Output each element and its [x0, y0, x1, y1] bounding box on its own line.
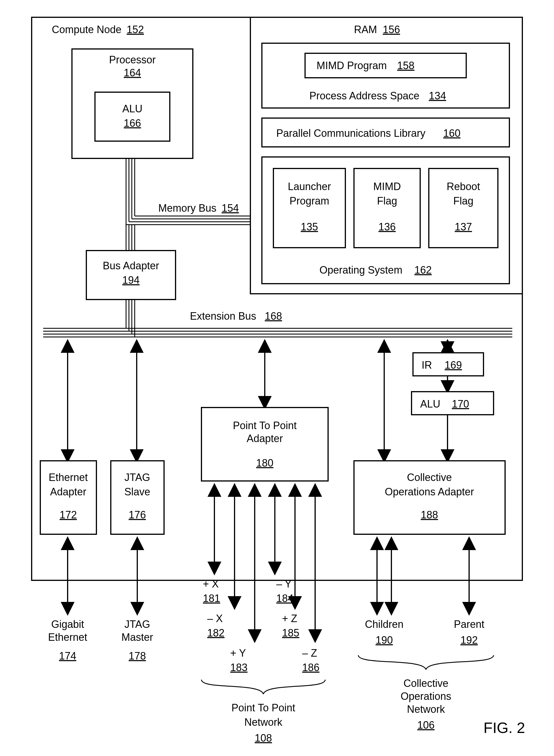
pz-ref: 185 — [282, 627, 299, 639]
ir-ref: 169 — [445, 359, 462, 371]
pcl-label: Parallel Communications Library — [276, 127, 425, 139]
my-ref: 184 — [276, 592, 293, 604]
processor-ref: 164 — [124, 67, 141, 79]
p2pnet-l2: Network — [244, 716, 283, 728]
compute-node-label: Compute Node — [52, 23, 121, 36]
launcher-ref: 135 — [301, 221, 318, 233]
os-label: Operating System — [320, 264, 402, 276]
alu1-label: ALU — [122, 103, 143, 115]
coa-ref: 188 — [421, 509, 438, 521]
mz-ref: 186 — [302, 661, 320, 673]
mimd-flag-l1: MIMD — [373, 181, 401, 192]
reboot-flag-l2: Flag — [453, 195, 474, 207]
jtag-slave-ref: 176 — [129, 509, 146, 521]
jtagm-l1: JTAG — [124, 618, 150, 630]
children-ref: 190 — [376, 634, 393, 646]
coa-l2: Operations Adapter — [385, 486, 474, 498]
p2pnet-ref: 108 — [255, 732, 272, 744]
parent-ref: 192 — [460, 634, 478, 646]
mimd-flag-ref: 136 — [379, 221, 396, 233]
children-label: Children — [365, 618, 403, 630]
py-label: + Y — [230, 647, 246, 659]
launcher-l1: Launcher — [288, 181, 331, 192]
ram-label: RAM — [354, 23, 377, 36]
p2p-adapter-ref: 180 — [256, 457, 273, 469]
mz-label: – Z — [302, 647, 317, 659]
brace-coa — [358, 655, 494, 670]
px-label: + X — [203, 578, 219, 590]
mimd-flag-l2: Flag — [377, 195, 397, 207]
processor-label: Processor — [109, 54, 156, 66]
conet-l2: Operations — [401, 690, 451, 702]
conet-ref: 106 — [417, 719, 435, 731]
bus-adapter-ref: 194 — [122, 274, 140, 286]
coa-l1: Collective — [407, 471, 452, 483]
p2p-adapter-l2: Adapter — [246, 433, 283, 444]
brace-p2p — [202, 680, 325, 694]
pas-label: Process Address Space — [310, 90, 419, 102]
extension-bus-ref: 168 — [265, 310, 282, 322]
extension-bus-label: Extension Bus — [190, 310, 256, 322]
mimd-program-label: MIMD Program — [317, 60, 387, 71]
p2p-adapter-l1: Point To Point — [233, 420, 296, 432]
mx-ref: 182 — [207, 627, 224, 639]
alu1-box — [95, 92, 170, 141]
p2pnet-l1: Point To Point — [231, 702, 295, 714]
ethernet-adapter-ref: 172 — [60, 509, 77, 521]
mx-label: – X — [207, 613, 223, 624]
gige-l1: Gigabit — [51, 618, 84, 630]
ir-label: IR — [422, 359, 432, 371]
bus-adapter-label: Bus Adapter — [103, 260, 159, 271]
ram-ref: 156 — [383, 23, 400, 36]
jtag-slave-l2: Slave — [124, 486, 150, 498]
alu2-label: ALU — [420, 398, 440, 410]
gige-l2: Ethernet — [48, 631, 87, 643]
os-ref: 162 — [414, 264, 432, 276]
conet-l1: Collective — [403, 677, 448, 689]
jtag-slave-l1: JTAG — [124, 471, 150, 483]
launcher-l2: Program — [289, 195, 329, 207]
gige-ref: 174 — [59, 650, 76, 662]
memory-bus-label: Memory Bus — [158, 202, 216, 214]
reboot-flag-l1: Reboot — [447, 181, 480, 192]
jtagm-ref: 178 — [129, 650, 146, 662]
px-ref: 181 — [203, 592, 220, 604]
parent-label: Parent — [454, 618, 484, 630]
py-ref: 183 — [230, 661, 247, 673]
memory-bus-ref: 154 — [222, 202, 239, 214]
my-label: – Y — [276, 578, 291, 590]
pcl-ref: 160 — [443, 127, 460, 139]
pas-ref: 134 — [429, 90, 446, 102]
reboot-flag-ref: 137 — [455, 221, 472, 233]
figure-label: FIG. 2 — [484, 719, 525, 736]
jtagm-l2: Master — [121, 631, 153, 643]
alu2-ref: 170 — [452, 398, 469, 410]
compute-node-ref: 152 — [127, 23, 144, 36]
ethernet-adapter-l2: Adapter — [50, 486, 86, 498]
alu1-ref: 166 — [124, 117, 141, 129]
pz-label: + Z — [282, 613, 297, 624]
conet-l3: Network — [407, 703, 445, 715]
mimd-program-ref: 158 — [397, 60, 414, 71]
ethernet-adapter-l1: Ethernet — [49, 471, 88, 483]
